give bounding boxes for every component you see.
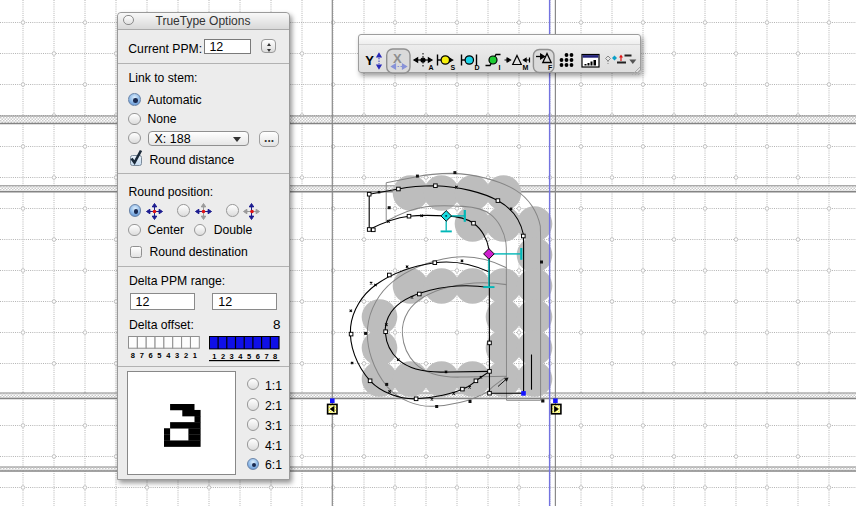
- svg-text:7: 7: [265, 352, 269, 361]
- svg-text:2: 2: [221, 352, 225, 361]
- svg-text:D: D: [475, 63, 480, 70]
- svg-text:S: S: [451, 63, 456, 70]
- svg-text:6: 6: [256, 352, 260, 361]
- svg-text:4: 4: [167, 351, 172, 360]
- svg-text:3: 3: [230, 352, 234, 361]
- svg-text:8: 8: [273, 352, 277, 361]
- svg-text:1: 1: [193, 351, 197, 360]
- svg-text:5: 5: [158, 351, 162, 360]
- svg-text:3: 3: [175, 351, 179, 360]
- svg-text:Y: Y: [365, 53, 374, 68]
- svg-text:F: F: [548, 63, 553, 70]
- svg-text:5: 5: [247, 352, 251, 361]
- svg-text:1: 1: [212, 352, 216, 361]
- svg-text:6: 6: [149, 351, 153, 360]
- svg-text:2: 2: [184, 351, 188, 360]
- svg-text:I: I: [499, 63, 501, 70]
- svg-text:7: 7: [140, 351, 144, 360]
- svg-text:8: 8: [131, 351, 135, 360]
- svg-text:M: M: [523, 63, 529, 70]
- svg-text:A: A: [429, 63, 434, 70]
- svg-text:X: X: [393, 50, 402, 65]
- svg-text:4: 4: [239, 352, 244, 361]
